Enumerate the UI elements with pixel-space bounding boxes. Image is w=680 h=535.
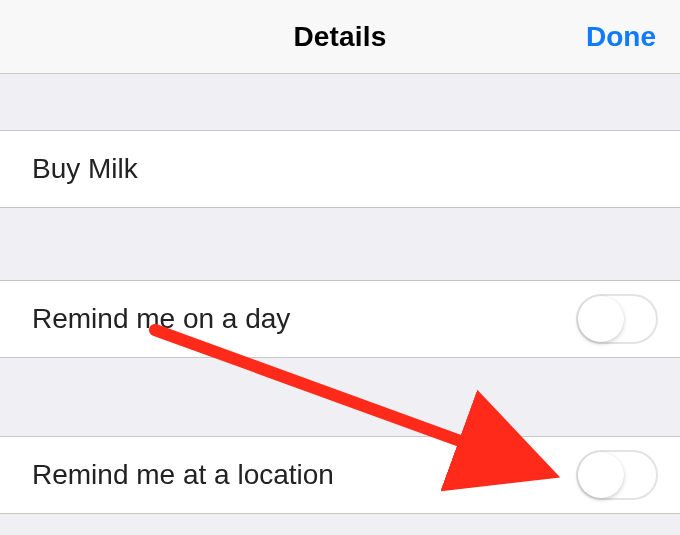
toggle-knob-icon — [578, 296, 624, 342]
remind-location-row: Remind me at a location — [0, 436, 680, 514]
done-button[interactable]: Done — [586, 0, 656, 74]
remind-location-toggle[interactable] — [576, 450, 658, 500]
reminder-title-row[interactable]: Buy Milk — [0, 130, 680, 208]
reminder-title-text: Buy Milk — [32, 153, 138, 185]
remind-day-label: Remind me on a day — [32, 303, 290, 335]
nav-title: Details — [293, 21, 386, 53]
section-gap — [0, 74, 680, 130]
toggle-knob-icon — [578, 452, 624, 498]
section-gap — [0, 358, 680, 436]
nav-bar: Details Done — [0, 0, 680, 74]
remind-day-row: Remind me on a day — [0, 280, 680, 358]
section-gap — [0, 208, 680, 280]
remind-day-toggle[interactable] — [576, 294, 658, 344]
remind-location-label: Remind me at a location — [32, 459, 334, 491]
